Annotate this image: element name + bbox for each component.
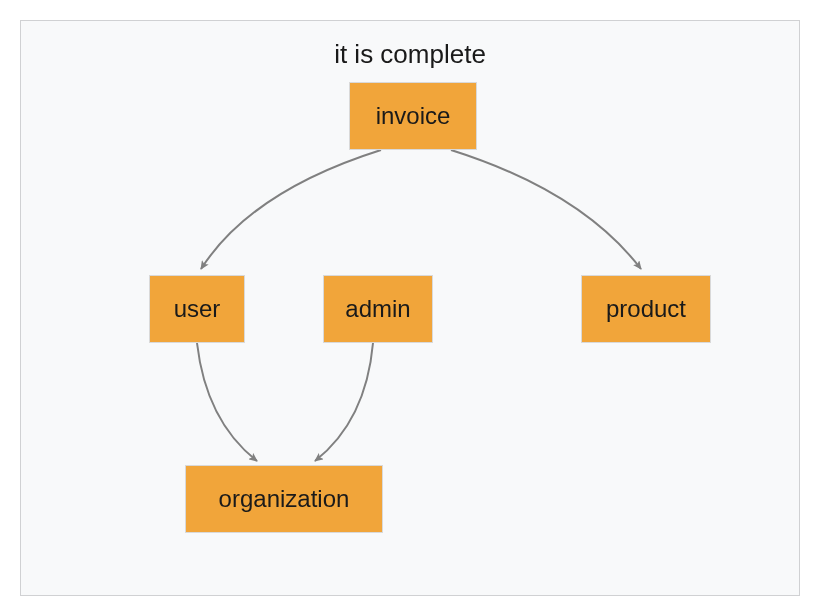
node-label: admin [345,295,410,323]
node-product[interactable]: product [581,275,711,343]
node-organization[interactable]: organization [185,465,383,533]
diagram-container: it is complete invoice user admin produc… [20,20,800,596]
edge-invoice-user [201,150,381,269]
node-admin[interactable]: admin [323,275,433,343]
edge-invoice-product [451,150,641,269]
node-user[interactable]: user [149,275,245,343]
node-label: invoice [376,102,451,130]
node-label: organization [219,485,350,513]
node-label: product [606,295,686,323]
node-label: user [174,295,221,323]
edge-user-organization [197,343,257,461]
diagram-title: it is complete [334,39,486,70]
edge-admin-organization [315,343,373,461]
node-invoice[interactable]: invoice [349,82,477,150]
